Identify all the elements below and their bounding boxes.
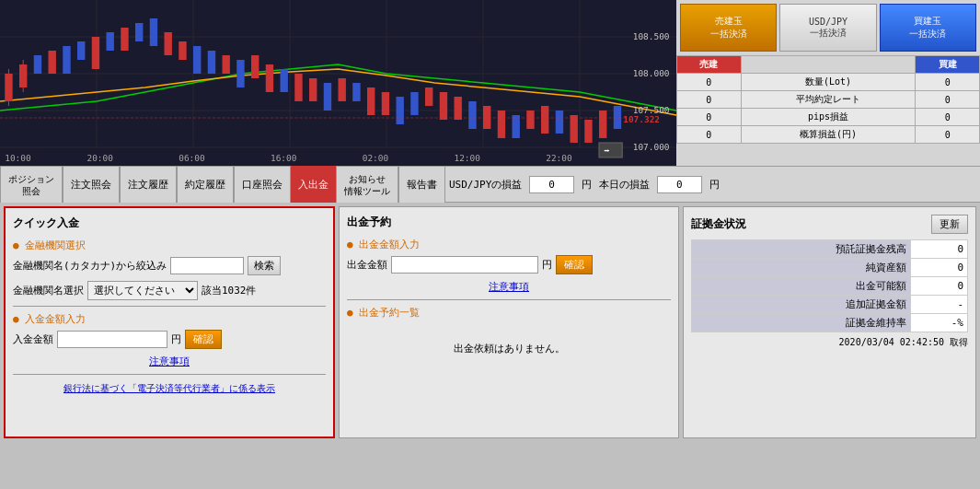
table-row: 0 pips損益 0 <box>677 109 980 126</box>
bank-select-label2: 金融機関名選択 <box>13 284 84 297</box>
buy-all-button[interactable]: 買建玉一括決済 <box>880 4 976 52</box>
sell-all-button[interactable]: 売建玉一括決済 <box>680 4 777 52</box>
svg-rect-52 <box>571 115 578 143</box>
svg-rect-37 <box>352 83 360 101</box>
tab-order-history[interactable]: 注文履歴 <box>120 166 177 203</box>
svg-rect-45 <box>468 101 476 129</box>
deposit-confirm-button[interactable]: 確認 <box>185 330 222 349</box>
deposit-notice-link[interactable]: 注意事項 <box>13 355 326 368</box>
svg-rect-25 <box>179 41 186 60</box>
deposit-amount-row: 入金金額 円 確認 <box>13 330 326 349</box>
deposit-amount-input[interactable] <box>57 331 167 348</box>
sell-rate: 0 <box>677 91 742 109</box>
sell-header: 売建 <box>677 56 742 74</box>
withdrawal-amount-input[interactable] <box>391 256 538 274</box>
tab-order-view[interactable]: 注文照会 <box>63 166 120 203</box>
deposit-amount-label: 入金金額 <box>13 332 53 346</box>
margin-row-value: 0 <box>911 277 968 296</box>
bank-name-row: 金融機関名(カタカナ)から絞込み 検索 <box>13 256 326 275</box>
svg-rect-49 <box>526 111 534 129</box>
svg-text:02:00: 02:00 <box>363 153 388 163</box>
withdrawal-title: 出金予約 <box>347 215 671 230</box>
svg-rect-30 <box>251 55 259 78</box>
svg-text:107.000: 107.000 <box>633 142 670 152</box>
margin-row-label: 追加証拠金額 <box>692 296 911 314</box>
svg-rect-39 <box>382 92 389 115</box>
tab-contract-history[interactable]: 約定履歴 <box>177 166 234 203</box>
svg-rect-18 <box>77 41 85 60</box>
table-row: 追加証拠金額 - <box>692 296 968 314</box>
tab-report[interactable]: 報告書 <box>398 166 445 203</box>
svg-text:➡: ➡ <box>604 145 609 156</box>
tab-position[interactable]: ポジション照会 <box>0 166 63 203</box>
withdrawal-notice-link[interactable]: 注意事項 <box>347 280 671 294</box>
button-row: 売建玉一括決済 USD/JPY一括決済 買建玉一括決済 <box>676 0 980 55</box>
svg-rect-47 <box>498 111 505 138</box>
table-row: 0 数量(Lot) 0 <box>677 74 980 91</box>
svg-rect-20 <box>107 32 114 51</box>
buy-quantity: 0 <box>916 74 980 91</box>
divider2 <box>13 374 326 375</box>
no-withdrawal-records: 出金依頼はありません。 <box>347 323 671 374</box>
svg-rect-22 <box>135 23 143 41</box>
quick-deposit-title: クイック入金 <box>13 215 326 231</box>
svg-rect-55 <box>614 106 621 129</box>
usd-all-button[interactable]: USD/JPY一括決済 <box>779 4 876 52</box>
svg-text:12:00: 12:00 <box>455 153 480 163</box>
table-row: 出金可能額 0 <box>692 277 968 296</box>
bank-select-section-label: 金融機関選択 <box>13 239 326 252</box>
withdrawal-list-label: 出金予約一覧 <box>347 306 671 320</box>
main-content: クイック入金 金融機関選択 金融機関名(カタカナ)から絞込み 検索 金融機関名選… <box>0 203 980 442</box>
svg-rect-26 <box>193 46 201 74</box>
svg-rect-41 <box>410 92 418 115</box>
chart-svg: 108.500 108.000 107.500 107.322 107.000 … <box>0 0 676 166</box>
right-panel: 売建玉一括決済 USD/JPY一括決済 買建玉一括決済 売建 買建 0 数量(L… <box>676 0 980 166</box>
margin-row-label: 預託証拠金残高 <box>692 240 911 259</box>
label-header <box>741 56 916 74</box>
svg-text:20:00: 20:00 <box>87 153 113 163</box>
svg-text:108.500: 108.500 <box>633 31 670 41</box>
usd-jpy-pnl-value: 0 <box>529 176 574 193</box>
divider1 <box>13 306 326 307</box>
bank-law-link[interactable]: 銀行法に基づく「電子決済等代行業者」に係る表示 <box>13 382 326 395</box>
sell-pips: 0 <box>677 109 742 126</box>
withdrawal-amount-section-label: 出金金額入力 <box>347 238 671 251</box>
quantity-label: 数量(Lot) <box>741 74 916 91</box>
svg-text:16:00: 16:00 <box>271 153 296 163</box>
tab-notice-tools[interactable]: お知らせ情報ツール <box>336 166 398 203</box>
chart-area: 108.500 108.000 107.500 107.322 107.000 … <box>0 0 676 166</box>
svg-rect-42 <box>425 87 432 106</box>
margin-row-value: 0 <box>911 259 968 277</box>
margin-update-button[interactable]: 更新 <box>931 215 968 234</box>
tab-deposit-withdraw[interactable]: 入出金 <box>291 166 336 203</box>
svg-rect-16 <box>49 51 56 74</box>
top-area: 108.500 108.000 107.500 107.322 107.000 … <box>0 0 980 166</box>
pnl-area: USD/JPYの損益 0 円 本日の損益 0 円 <box>449 176 720 193</box>
svg-rect-53 <box>584 120 592 143</box>
withdrawal-amount-label: 出金金額 <box>347 258 387 272</box>
tab-account-view[interactable]: 口座照会 <box>234 166 291 203</box>
search-button[interactable]: 検索 <box>248 256 281 275</box>
margin-row-label: 純資産額 <box>692 259 911 277</box>
svg-rect-44 <box>455 97 462 120</box>
svg-rect-69 <box>599 143 622 157</box>
bank-select-dropdown[interactable]: 選択してください <box>87 281 198 300</box>
margin-row-value: - <box>911 296 968 314</box>
buy-header: 買建 <box>916 56 980 74</box>
svg-text:22:00: 22:00 <box>546 153 571 163</box>
bank-name-input[interactable] <box>170 257 244 274</box>
svg-rect-29 <box>236 60 244 87</box>
today-pnl-unit: 円 <box>709 178 720 192</box>
withdrawal-confirm-button[interactable]: 確認 <box>556 255 593 274</box>
margin-row-label: 出金可能額 <box>692 277 911 296</box>
pips-label: pips損益 <box>741 109 916 126</box>
withdrawal-divider <box>347 299 671 300</box>
quick-deposit-panel: クイック入金 金融機関選択 金融機関名(カタカナ)から絞込み 検索 金融機関名選… <box>4 206 335 438</box>
svg-rect-15 <box>34 55 41 74</box>
sell-quantity: 0 <box>677 74 742 91</box>
pnl-label: 概算損益(円) <box>741 126 916 144</box>
buy-pips: 0 <box>916 109 980 126</box>
svg-text:10:00: 10:00 <box>5 153 30 163</box>
margin-row-label: 証拠金維持率 <box>692 314 911 332</box>
table-row: 預託証拠金残高 0 <box>692 240 968 259</box>
